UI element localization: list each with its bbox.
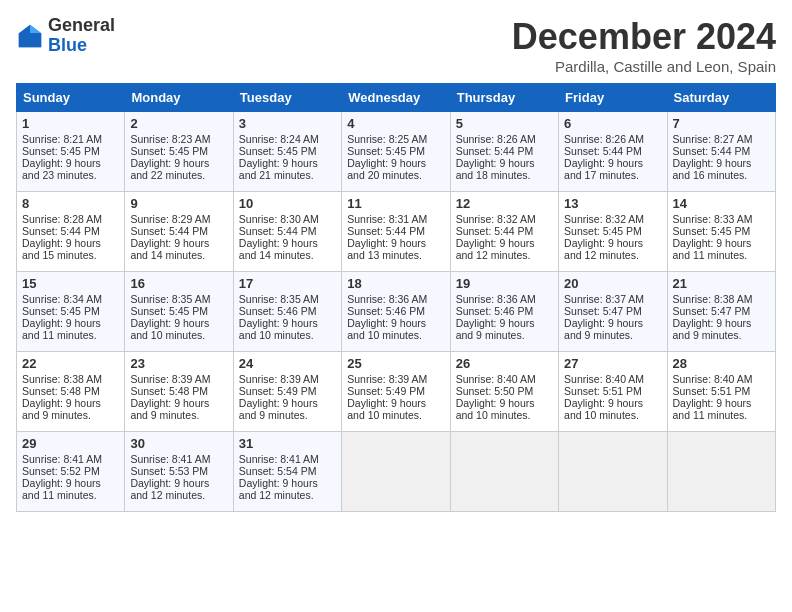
sunset-text: Sunset: 5:46 PM bbox=[347, 305, 425, 317]
sunset-text: Sunset: 5:45 PM bbox=[22, 145, 100, 157]
daylight-text: Daylight: 9 hours and 14 minutes. bbox=[239, 237, 318, 261]
calendar-cell: 13Sunrise: 8:32 AMSunset: 5:45 PMDayligh… bbox=[559, 192, 667, 272]
day-number: 7 bbox=[673, 116, 770, 131]
daylight-text: Daylight: 9 hours and 17 minutes. bbox=[564, 157, 643, 181]
weekday-sunday: Sunday bbox=[17, 84, 125, 112]
sunset-text: Sunset: 5:48 PM bbox=[22, 385, 100, 397]
week-row-3: 15Sunrise: 8:34 AMSunset: 5:45 PMDayligh… bbox=[17, 272, 776, 352]
daylight-text: Daylight: 9 hours and 10 minutes. bbox=[347, 317, 426, 341]
calendar-cell: 2Sunrise: 8:23 AMSunset: 5:45 PMDaylight… bbox=[125, 112, 233, 192]
day-number: 22 bbox=[22, 356, 119, 371]
title-area: December 2024 Pardilla, Castille and Leo… bbox=[512, 16, 776, 75]
logo-text: General Blue bbox=[48, 16, 115, 56]
sunrise-text: Sunrise: 8:23 AM bbox=[130, 133, 210, 145]
weekday-wednesday: Wednesday bbox=[342, 84, 450, 112]
sunrise-text: Sunrise: 8:39 AM bbox=[130, 373, 210, 385]
day-number: 19 bbox=[456, 276, 553, 291]
sunrise-text: Sunrise: 8:34 AM bbox=[22, 293, 102, 305]
daylight-text: Daylight: 9 hours and 11 minutes. bbox=[22, 477, 101, 501]
calendar-cell bbox=[559, 432, 667, 512]
daylight-text: Daylight: 9 hours and 10 minutes. bbox=[347, 397, 426, 421]
day-number: 4 bbox=[347, 116, 444, 131]
week-row-5: 29Sunrise: 8:41 AMSunset: 5:52 PMDayligh… bbox=[17, 432, 776, 512]
day-number: 17 bbox=[239, 276, 336, 291]
sunrise-text: Sunrise: 8:32 AM bbox=[456, 213, 536, 225]
sunset-text: Sunset: 5:44 PM bbox=[130, 225, 208, 237]
calendar-body: 1Sunrise: 8:21 AMSunset: 5:45 PMDaylight… bbox=[17, 112, 776, 512]
day-number: 18 bbox=[347, 276, 444, 291]
calendar-cell: 10Sunrise: 8:30 AMSunset: 5:44 PMDayligh… bbox=[233, 192, 341, 272]
daylight-text: Daylight: 9 hours and 20 minutes. bbox=[347, 157, 426, 181]
daylight-text: Daylight: 9 hours and 21 minutes. bbox=[239, 157, 318, 181]
day-number: 10 bbox=[239, 196, 336, 211]
daylight-text: Daylight: 9 hours and 14 minutes. bbox=[130, 237, 209, 261]
sunrise-text: Sunrise: 8:40 AM bbox=[564, 373, 644, 385]
daylight-text: Daylight: 9 hours and 10 minutes. bbox=[130, 317, 209, 341]
sunrise-text: Sunrise: 8:39 AM bbox=[347, 373, 427, 385]
sunrise-text: Sunrise: 8:21 AM bbox=[22, 133, 102, 145]
sunrise-text: Sunrise: 8:36 AM bbox=[347, 293, 427, 305]
day-number: 20 bbox=[564, 276, 661, 291]
calendar-cell: 30Sunrise: 8:41 AMSunset: 5:53 PMDayligh… bbox=[125, 432, 233, 512]
sunset-text: Sunset: 5:45 PM bbox=[564, 225, 642, 237]
sunrise-text: Sunrise: 8:35 AM bbox=[130, 293, 210, 305]
sunrise-text: Sunrise: 8:38 AM bbox=[673, 293, 753, 305]
calendar-cell: 4Sunrise: 8:25 AMSunset: 5:45 PMDaylight… bbox=[342, 112, 450, 192]
day-number: 13 bbox=[564, 196, 661, 211]
sunrise-text: Sunrise: 8:31 AM bbox=[347, 213, 427, 225]
calendar-cell: 7Sunrise: 8:27 AMSunset: 5:44 PMDaylight… bbox=[667, 112, 775, 192]
sunset-text: Sunset: 5:48 PM bbox=[130, 385, 208, 397]
calendar-cell: 3Sunrise: 8:24 AMSunset: 5:45 PMDaylight… bbox=[233, 112, 341, 192]
sunrise-text: Sunrise: 8:24 AM bbox=[239, 133, 319, 145]
daylight-text: Daylight: 9 hours and 9 minutes. bbox=[130, 397, 209, 421]
calendar-cell: 15Sunrise: 8:34 AMSunset: 5:45 PMDayligh… bbox=[17, 272, 125, 352]
daylight-text: Daylight: 9 hours and 11 minutes. bbox=[22, 317, 101, 341]
calendar-cell: 25Sunrise: 8:39 AMSunset: 5:49 PMDayligh… bbox=[342, 352, 450, 432]
weekday-tuesday: Tuesday bbox=[233, 84, 341, 112]
sunset-text: Sunset: 5:51 PM bbox=[673, 385, 751, 397]
sunrise-text: Sunrise: 8:38 AM bbox=[22, 373, 102, 385]
daylight-text: Daylight: 9 hours and 12 minutes. bbox=[564, 237, 643, 261]
day-number: 12 bbox=[456, 196, 553, 211]
sunrise-text: Sunrise: 8:32 AM bbox=[564, 213, 644, 225]
svg-rect-2 bbox=[19, 33, 41, 47]
weekday-header-row: SundayMondayTuesdayWednesdayThursdayFrid… bbox=[17, 84, 776, 112]
sunset-text: Sunset: 5:49 PM bbox=[347, 385, 425, 397]
day-number: 30 bbox=[130, 436, 227, 451]
calendar-cell: 24Sunrise: 8:39 AMSunset: 5:49 PMDayligh… bbox=[233, 352, 341, 432]
sunset-text: Sunset: 5:44 PM bbox=[347, 225, 425, 237]
sunrise-text: Sunrise: 8:30 AM bbox=[239, 213, 319, 225]
calendar-cell: 23Sunrise: 8:39 AMSunset: 5:48 PMDayligh… bbox=[125, 352, 233, 432]
day-number: 9 bbox=[130, 196, 227, 211]
sunset-text: Sunset: 5:45 PM bbox=[130, 145, 208, 157]
calendar-cell: 8Sunrise: 8:28 AMSunset: 5:44 PMDaylight… bbox=[17, 192, 125, 272]
calendar-cell: 28Sunrise: 8:40 AMSunset: 5:51 PMDayligh… bbox=[667, 352, 775, 432]
day-number: 1 bbox=[22, 116, 119, 131]
weekday-friday: Friday bbox=[559, 84, 667, 112]
calendar-cell bbox=[342, 432, 450, 512]
daylight-text: Daylight: 9 hours and 16 minutes. bbox=[673, 157, 752, 181]
logo-icon bbox=[16, 22, 44, 50]
sunset-text: Sunset: 5:53 PM bbox=[130, 465, 208, 477]
daylight-text: Daylight: 9 hours and 11 minutes. bbox=[673, 237, 752, 261]
calendar-cell: 21Sunrise: 8:38 AMSunset: 5:47 PMDayligh… bbox=[667, 272, 775, 352]
daylight-text: Daylight: 9 hours and 9 minutes. bbox=[673, 317, 752, 341]
day-number: 21 bbox=[673, 276, 770, 291]
sunset-text: Sunset: 5:44 PM bbox=[22, 225, 100, 237]
sunrise-text: Sunrise: 8:28 AM bbox=[22, 213, 102, 225]
weekday-monday: Monday bbox=[125, 84, 233, 112]
day-number: 27 bbox=[564, 356, 661, 371]
daylight-text: Daylight: 9 hours and 23 minutes. bbox=[22, 157, 101, 181]
sunrise-text: Sunrise: 8:41 AM bbox=[130, 453, 210, 465]
calendar-cell: 18Sunrise: 8:36 AMSunset: 5:46 PMDayligh… bbox=[342, 272, 450, 352]
sunrise-text: Sunrise: 8:41 AM bbox=[22, 453, 102, 465]
sunset-text: Sunset: 5:46 PM bbox=[456, 305, 534, 317]
sunrise-text: Sunrise: 8:26 AM bbox=[456, 133, 536, 145]
logo: General Blue bbox=[16, 16, 115, 56]
daylight-text: Daylight: 9 hours and 12 minutes. bbox=[239, 477, 318, 501]
calendar-cell: 20Sunrise: 8:37 AMSunset: 5:47 PMDayligh… bbox=[559, 272, 667, 352]
sunset-text: Sunset: 5:44 PM bbox=[456, 225, 534, 237]
sunrise-text: Sunrise: 8:27 AM bbox=[673, 133, 753, 145]
day-number: 25 bbox=[347, 356, 444, 371]
day-number: 15 bbox=[22, 276, 119, 291]
